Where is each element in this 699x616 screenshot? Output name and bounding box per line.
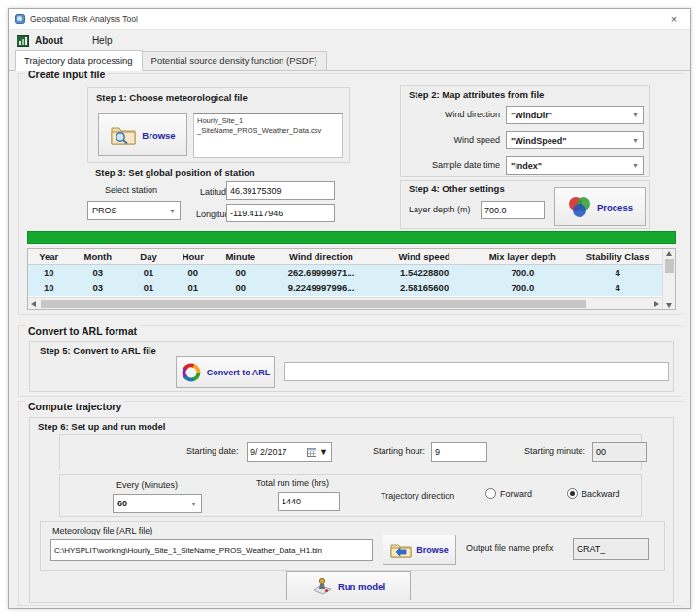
cell: 9.2249997996... bbox=[266, 280, 377, 296]
wind-direction-label: Wind direction bbox=[405, 110, 500, 119]
menu-help[interactable]: Help bbox=[86, 33, 118, 48]
forward-radio[interactable]: Forward bbox=[485, 488, 532, 499]
step2-panel: Step 2: Map attributes from file Wind di… bbox=[400, 85, 650, 177]
scroll-up-icon[interactable] bbox=[666, 251, 672, 256]
cell: 00 bbox=[216, 265, 266, 280]
step2-label: Step 2: Map attributes from file bbox=[409, 89, 544, 100]
table-row[interactable]: 10 03 01 00 00 262.69999971... 1.5422880… bbox=[28, 265, 662, 280]
col-mix-layer-depth: Mix layer depth bbox=[472, 249, 573, 264]
chevron-down-icon: ▼ bbox=[632, 137, 639, 144]
menu-about[interactable]: About bbox=[29, 33, 69, 48]
horizontal-scrollbar[interactable] bbox=[28, 297, 662, 309]
step4-label: Step 4: Other settings bbox=[409, 183, 505, 194]
chevron-down-icon: ▼ bbox=[632, 162, 639, 169]
process-button[interactable]: Process bbox=[554, 187, 646, 226]
scroll-down-icon[interactable] bbox=[666, 303, 672, 308]
backward-radio[interactable]: Backward bbox=[567, 488, 620, 499]
step1-panel: Step 1: Choose meteorological file Brows… bbox=[87, 87, 350, 163]
cell: 262.69999971... bbox=[266, 265, 377, 280]
starting-hour-label: Starting hour: bbox=[373, 446, 425, 456]
browse-met-file-label: Browse bbox=[142, 130, 175, 141]
output-prefix-input[interactable] bbox=[573, 538, 649, 560]
color-ring-icon bbox=[181, 362, 202, 383]
starting-date-picker[interactable]: 9/ 2/2017 ▼ bbox=[247, 442, 332, 462]
starting-date-value: 9/ 2/2017 bbox=[250, 447, 287, 457]
col-stability-class: Stability Class bbox=[574, 249, 662, 264]
close-icon[interactable]: × bbox=[665, 12, 682, 27]
chevron-down-icon: ▼ bbox=[190, 501, 197, 507]
col-year: Year bbox=[28, 249, 69, 264]
layer-depth-input[interactable] bbox=[481, 201, 545, 219]
run-settings-panel: Every (Minutes) 60 ▼ Total run time (hrs… bbox=[59, 474, 642, 517]
menu-bar: About Help bbox=[9, 30, 690, 50]
forward-radio-label: Forward bbox=[500, 489, 532, 499]
col-minute: Minute bbox=[216, 249, 266, 264]
vertical-scrollbar[interactable] bbox=[662, 249, 675, 309]
station-select[interactable]: PROS ▼ bbox=[87, 201, 181, 220]
scroll-right-icon[interactable] bbox=[654, 301, 659, 307]
cell: 03 bbox=[69, 265, 126, 280]
total-run-time-input[interactable] bbox=[278, 492, 340, 511]
select-station-label: Select station bbox=[105, 185, 157, 195]
cell: 01 bbox=[126, 280, 171, 296]
browse-met-file-button[interactable]: Browse bbox=[98, 113, 187, 156]
compute-trajectory-label: Compute trajectory bbox=[25, 401, 124, 412]
chevron-down-icon: ▼ bbox=[169, 208, 176, 214]
met-arl-file-panel: Meteorology file (ARL file) Browse Outpu… bbox=[40, 521, 665, 571]
wind-direction-value: "WindDir" bbox=[511, 111, 552, 120]
starting-date-label: Starting date: bbox=[186, 446, 239, 456]
latitude-input[interactable] bbox=[226, 181, 335, 200]
col-month: Month bbox=[69, 249, 126, 264]
cell: 01 bbox=[126, 265, 171, 280]
browse-arl-button[interactable]: Browse bbox=[383, 535, 456, 565]
run-model-label: Run model bbox=[338, 581, 385, 592]
starting-minute-input[interactable] bbox=[592, 442, 647, 462]
title-bar: Geospatial Risk Analysis Tool × bbox=[9, 9, 690, 30]
met-file-name-line2: _SiteName_PROS_Weather_Data.csv bbox=[197, 126, 339, 136]
cell: 1.54228800 bbox=[377, 265, 472, 280]
station-value: PROS bbox=[92, 206, 117, 215]
step5-label: Step 5: Convert to ARL file bbox=[40, 345, 156, 356]
step4-panel: Step 4: Other settings Layer depth (m) P… bbox=[400, 180, 650, 229]
table-row[interactable]: 10 03 01 01 00 9.2249997996... 2.5816560… bbox=[28, 280, 662, 296]
wind-speed-select[interactable]: "WindSpeed" ▼ bbox=[506, 131, 644, 149]
total-run-time-label: Total run time (hrs) bbox=[256, 478, 329, 488]
longitude-input[interactable] bbox=[226, 204, 335, 222]
every-minutes-select[interactable]: 60 ▼ bbox=[113, 494, 202, 513]
backward-radio-label: Backward bbox=[582, 489, 620, 499]
col-wind-speed: Wind speed bbox=[377, 249, 472, 264]
every-minutes-value: 60 bbox=[117, 499, 127, 508]
cell: 01 bbox=[171, 280, 216, 296]
scroll-left-icon[interactable] bbox=[31, 301, 36, 307]
starting-minute-label: Starting minute: bbox=[524, 446, 585, 456]
starting-hour-input[interactable] bbox=[431, 442, 487, 462]
tab-psdf[interactable]: Potential source density function (PSDF) bbox=[143, 51, 327, 71]
tab-trajectory-data-processing[interactable]: Trajectory data processing bbox=[15, 50, 143, 71]
step5-panel: Step 5: Convert to ARL file Convert to A… bbox=[29, 341, 674, 392]
step6-panel: Step 6: Set up and run model Starting da… bbox=[29, 417, 674, 603]
step1-label: Step 1: Choose meteorological file bbox=[96, 92, 248, 103]
convert-arl-group: Convert to ARL format Step 5: Convert to… bbox=[18, 325, 682, 397]
app-icon bbox=[15, 14, 25, 24]
folder-arrow-icon bbox=[390, 541, 412, 559]
wind-speed-value: "WindSpeed" bbox=[511, 136, 566, 146]
cell: 00 bbox=[171, 265, 216, 280]
sample-date-time-select[interactable]: "Index" ▼ bbox=[506, 156, 644, 175]
met-arl-file-label: Meteorology file (ARL file) bbox=[52, 526, 152, 535]
cell: 700.0 bbox=[472, 265, 573, 280]
compute-trajectory-group: Compute trajectory Step 6: Set up and ru… bbox=[18, 401, 682, 606]
radio-icon bbox=[567, 488, 578, 499]
col-day: Day bbox=[126, 249, 171, 264]
vertical-scroll-thumb[interactable] bbox=[665, 259, 674, 273]
wind-direction-select[interactable]: "WindDir" ▼ bbox=[506, 106, 644, 124]
folder-search-icon bbox=[110, 123, 137, 146]
convert-arl-group-label: Convert to ARL format bbox=[25, 325, 140, 337]
horizontal-scroll-thumb[interactable] bbox=[41, 300, 586, 308]
run-model-button[interactable]: Run model bbox=[286, 571, 411, 600]
cell: 700.0 bbox=[472, 280, 573, 296]
cell: 4 bbox=[574, 265, 662, 280]
convert-to-arl-button[interactable]: Convert to ARL bbox=[176, 356, 275, 388]
wind-speed-label: Wind speed bbox=[405, 135, 500, 145]
met-arl-file-input[interactable] bbox=[50, 539, 373, 561]
process-progress-bar bbox=[27, 231, 676, 244]
